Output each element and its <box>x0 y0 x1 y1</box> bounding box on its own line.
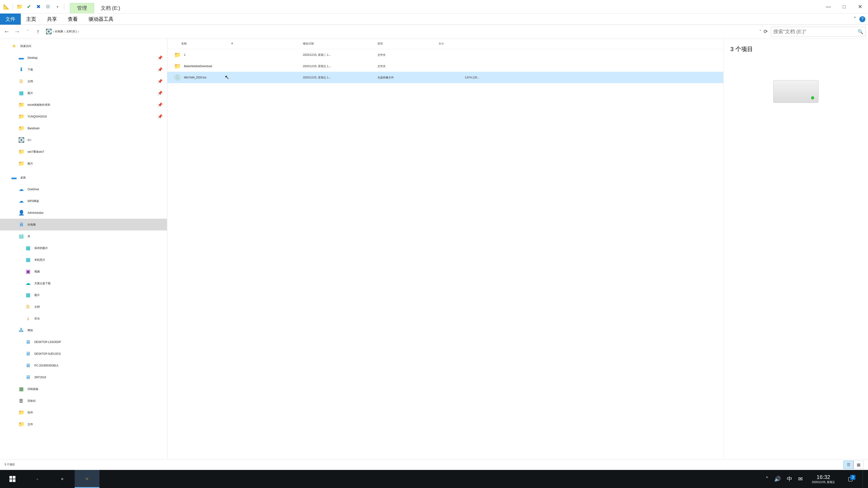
tree-wps[interactable]: ☁WPS网盘 <box>0 195 167 207</box>
task-view-button[interactable]: ⧉ <box>50 470 74 488</box>
forward-button[interactable]: → <box>13 27 22 36</box>
start-button[interactable] <box>0 470 25 488</box>
network-icon: 🖧 <box>18 327 24 333</box>
pin-icon[interactable]: 📌 <box>158 67 162 72</box>
chevron-right-icon[interactable]: › <box>78 29 79 34</box>
close-button[interactable]: ✕ <box>852 1 868 12</box>
mail-icon[interactable]: ✉ <box>798 476 803 482</box>
tree-item[interactable]: 🖥DESKTOP-LSSOEDP <box>0 336 167 348</box>
tree-item[interactable]: 🖥PC-20190530OBLA <box>0 360 167 371</box>
tab-share[interactable]: 共享 <box>41 13 62 25</box>
tree-item[interactable]: 📁excel表格制作求和📌 <box>0 99 167 111</box>
tree-item[interactable]: ▬Desktop📌 <box>0 52 167 64</box>
tree-item[interactable]: ▦图片📌 <box>0 87 167 99</box>
chevron-right-icon[interactable]: › <box>64 29 65 34</box>
windows-icon <box>9 475 16 483</box>
search-box[interactable]: 🔍 <box>771 27 866 36</box>
file-row[interactable]: 📁1 2020/12/15, 星期二 1... 文件夹 <box>167 49 723 61</box>
pin-icon[interactable]: 📌 <box>158 79 162 84</box>
recent-dropdown-icon[interactable]: ˅ <box>23 27 32 36</box>
breadcrumb[interactable]: 💽 › 此电脑 › 文档 (E:) › <box>44 29 758 35</box>
tree-label: win7重装win7 <box>28 150 44 154</box>
tree-item[interactable]: ▦图片 <box>0 289 167 301</box>
tray-overflow-icon[interactable]: ˄ <box>766 476 768 482</box>
tree-item[interactable]: 📁win7重装win7 <box>0 146 167 158</box>
search-icon[interactable]: 🔍 <box>858 29 863 34</box>
explorer-task[interactable]: 🗂 <box>74 470 99 488</box>
show-desktop-button[interactable] <box>863 470 866 488</box>
tab-home[interactable]: 主页 <box>21 13 41 25</box>
details-view-button[interactable]: ☰ <box>844 461 854 469</box>
pin-icon[interactable]: 📌 <box>158 55 162 60</box>
tree-item[interactable]: ▣视频 <box>0 266 167 278</box>
tree-quick-access[interactable]: ★快速访问 <box>0 40 167 52</box>
tree-item[interactable]: ▦本机照片 <box>0 254 167 266</box>
tree-recycle[interactable]: 🗑回收站 <box>0 395 167 407</box>
tree-item[interactable]: 💽G:\ <box>0 134 167 146</box>
clock[interactable]: 16:32 2020/12/25, 星期五 <box>809 474 838 484</box>
tree-item[interactable]: ☁天翼云盘下载 <box>0 278 167 289</box>
tree-item[interactable]: 📁图片 <box>0 158 167 169</box>
window-controls: — □ ✕ <box>820 1 868 12</box>
tree-item[interactable]: 🗎文档 <box>0 301 167 313</box>
nav-tree[interactable]: ★快速访问 ▬Desktop📌 ⬇下载📌 🗎文档📌 ▦图片📌 📁excel表格制… <box>0 38 167 459</box>
thumbnails-view-button[interactable]: ▦ <box>854 461 864 469</box>
tree-item[interactable]: 📁YUNQISHI2019📌 <box>0 111 167 123</box>
tree-thispc[interactable]: 🖥此电脑 <box>0 219 167 230</box>
qat-dropdown-icon[interactable]: ▾ <box>54 3 61 11</box>
tree-libraries[interactable]: ▤库 <box>0 230 167 242</box>
action-center[interactable]: ▢ 3 <box>844 476 857 482</box>
tree-admin[interactable]: 👤Administrator <box>0 207 167 219</box>
col-size[interactable]: 大小 <box>438 42 484 46</box>
maximize-button[interactable]: □ <box>836 1 852 12</box>
tab-view[interactable]: 查看 <box>62 13 83 25</box>
col-type[interactable]: 类型 <box>377 42 438 46</box>
search-input[interactable] <box>773 29 858 35</box>
tree-item[interactable]: 📁文件 <box>0 418 167 430</box>
search-button[interactable]: ⌕ <box>25 470 50 488</box>
tree-control-panel[interactable]: ▦控制面板 <box>0 383 167 395</box>
folder-icon[interactable]: 📁 <box>16 3 23 11</box>
manage-tab[interactable]: 管理 <box>70 3 94 13</box>
tree-item[interactable]: 📁Bandicam <box>0 123 167 134</box>
check-icon[interactable]: ✔ <box>25 3 33 11</box>
ime-indicator[interactable]: 中 <box>787 475 792 483</box>
pin-icon[interactable]: 📌 <box>158 114 162 119</box>
tree-label: PC-20190530OBLA <box>34 364 58 367</box>
col-date[interactable]: 修改日期 <box>303 42 377 46</box>
pin-icon[interactable]: 📌 <box>158 91 162 96</box>
pc-icon: 🖥 <box>25 339 31 345</box>
tree-item[interactable]: 🖥ZMT2019 <box>0 371 167 383</box>
help-icon[interactable]: ? <box>860 16 865 22</box>
volume-icon[interactable]: 🔊 <box>774 476 781 482</box>
address-dropdown-icon[interactable]: ˅ <box>759 29 761 34</box>
up-button[interactable]: ↑ <box>33 27 42 36</box>
breadcrumb-location[interactable]: 文档 (E:) <box>66 30 77 33</box>
tree-item[interactable]: 🗎文档📌 <box>0 75 167 87</box>
pin-icon[interactable]: 📌 <box>158 102 162 107</box>
minimize-button[interactable]: — <box>820 1 836 12</box>
tree-item[interactable]: 📁软件 <box>0 407 167 418</box>
iso-file-icon: 💿 <box>174 74 181 80</box>
file-row[interactable]: 📁BaiduNetdiskDownload 2020/12/25, 星期五 1.… <box>167 61 723 72</box>
tab-drive-tools[interactable]: 驱动器工具 <box>83 13 119 25</box>
tree-desktop[interactable]: ▬桌面 <box>0 172 167 184</box>
tree-item[interactable]: ♪音乐 <box>0 313 167 324</box>
picture-icon: ▦ <box>25 245 31 251</box>
contextual-tabs: 管理 文档 (E:) <box>67 0 127 13</box>
tree-onedrive[interactable]: ☁OneDrive <box>0 184 167 195</box>
tab-file[interactable]: 文件 <box>0 13 21 25</box>
close-icon[interactable]: ✖ <box>35 3 42 11</box>
gear-icon[interactable]: ⚙ <box>44 3 52 11</box>
tree-item[interactable]: 🖥DESKTOP-NJEU3CG <box>0 348 167 360</box>
file-row-selected[interactable]: 💿Win7x64_2020.iso 2020/12/25, 星期五 1... 光… <box>167 72 723 83</box>
chevron-right-icon[interactable]: › <box>53 29 54 34</box>
ribbon-collapse-icon[interactable]: ˅ <box>854 16 856 22</box>
back-button[interactable]: ← <box>2 27 11 36</box>
tree-network[interactable]: 🖧网络 <box>0 324 167 336</box>
col-name[interactable]: 名称▲ <box>167 42 303 46</box>
breadcrumb-thispc[interactable]: 此电脑 <box>55 30 63 33</box>
tree-item[interactable]: ⬇下载📌 <box>0 64 167 75</box>
tree-item[interactable]: ▦保存的图片 <box>0 242 167 254</box>
refresh-icon[interactable]: ⟳ <box>764 29 768 35</box>
